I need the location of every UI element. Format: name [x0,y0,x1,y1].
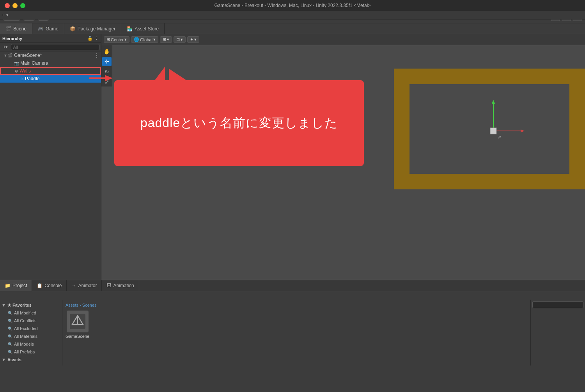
asset-item-gamescene[interactable]: GameScene [66,311,89,339]
game-tab-label: Game [46,23,58,34]
console-tab-icon: 📋 [37,280,43,291]
svg-marker-4 [521,129,525,132]
callout-bubble: paddleという名前に変更しました [114,80,364,166]
rotate-tool[interactable]: ↻ [102,67,112,76]
asset-grid: GameScene [66,311,527,339]
scene-view[interactable]: ⊞ Center ▾ 🌐 Global ▾ ⊞ ▾ ⊡ ▾ ✦ ▾ [101,34,585,280]
sidebar-item-scenes[interactable]: 📁 Scenes [0,364,62,366]
tab-animator[interactable]: → Animator [67,280,102,291]
tab-animation[interactable]: 🎞 Animation [102,280,139,291]
assets-expand-icon: ▼ [2,357,6,362]
scale-tool[interactable]: ⤢ [102,77,112,87]
all-prefabs-label: All Prefabs [14,350,35,354]
close-button[interactable] [5,3,10,8]
project-tab-label: Project [12,280,27,291]
sidebar-item-all-excluded[interactable]: 🔍 All Excluded [0,325,62,332]
move-tool[interactable]: ✛ [102,57,112,66]
gizmo-chevron: ▾ [181,37,183,42]
sidebar-item-all-conflicts[interactable]: 🔍 All Conflicts [0,317,62,325]
search-icon: 🔍 [8,319,12,323]
scene-canvas[interactable]: paddleという名前に変更しました ↗ [112,45,585,280]
search-icon: 🔍 [8,327,12,331]
gamescene-asset-name: GameScene [66,334,89,339]
grid-icon: ⊞ [163,37,166,42]
assets-section[interactable]: ▼ Assets [0,356,62,364]
tab-game[interactable]: 🎮 Game [32,23,64,34]
project-search-bar [530,300,585,366]
breadcrumb-assets[interactable]: Assets [66,303,78,307]
bottom-tabs: 📁 Project 📋 Console → Animator 🎞 Animati… [0,280,585,291]
hierarchy-item-walls[interactable]: ⊙ Walls [0,67,101,75]
gamescene-asset-icon [67,311,89,332]
project-search-input[interactable] [532,301,583,308]
hierarchy-item-gamescene[interactable]: ▼ 🎬 GameScene* ⋮ [0,51,101,59]
hierarchy-add-button[interactable]: +▾ [2,44,9,50]
tab-console[interactable]: 📋 Console [32,280,67,291]
sidebar-item-all-materials[interactable]: 🔍 All Materials [0,332,62,340]
gizmo-icon: ⊡ [176,37,180,42]
transform-gizmo[interactable]: ↗ [478,100,525,147]
sidebar-item-all-models[interactable]: 🔍 All Models [0,340,62,348]
maincamera-label: Main Camera [20,60,48,66]
breadcrumb-separator: › [80,303,82,307]
effects-icon: ✦ [190,37,193,42]
hierarchy-search-input[interactable] [11,44,99,50]
hierarchy-title: Hierarchy [2,36,22,41]
gizmo-button[interactable]: ⊡ ▾ [174,36,186,43]
center-button[interactable]: ⊞ Center ▾ [104,36,129,43]
search-icon: 🔍 [8,311,12,315]
window-title: GameScene - Breakout - Windows, Mac, Lin… [214,3,371,8]
hierarchy-lock-icon[interactable]: 🔓 [87,36,93,41]
console-tab-label: Console [44,280,62,291]
center-icon: ⊞ [106,37,110,42]
titlebar: GameScene - Breakout - Windows, Mac, Lin… [0,0,585,11]
animation-tab-label: Animation [113,280,134,291]
bottom-content: + ▾ ▼ ★ Favorites 🔍 All Modified 🔍 [0,291,585,366]
asset-store-tab-label: Asset Store [135,23,159,34]
svg-rect-5 [490,128,496,134]
hierarchy-more-icon[interactable]: ⋮ [94,36,99,41]
search-icon: 🔍 [8,334,12,339]
scenes-label: Scenes [14,365,28,366]
callout-arrow [153,67,165,82]
hand-tool[interactable]: ✋ [102,47,112,56]
callout-text: paddleという名前に変更しました [140,115,338,132]
tabs-bar: 🎬 Scene 🎮 Game 📦 Package Manager 🏪 Asset… [0,23,585,34]
favorites-section[interactable]: ▼ ★ Favorites [0,301,62,309]
hierarchy-panel: Hierarchy 🔓 ⋮ +▾ ▼ 🎬 GameScene* ⋮ 📷 Main… [0,34,101,280]
all-excluded-label: All Excluded [14,326,38,331]
project-main: Assets › Scenes [62,300,530,366]
paddle-icon: ⊙ [20,77,23,81]
effects-button[interactable]: ✦ ▾ [187,36,199,43]
all-models-label: All Models [14,342,34,346]
global-button[interactable]: 🌐 Global ▾ [131,36,158,43]
maximize-button[interactable] [20,3,25,8]
hierarchy-item-maincamera[interactable]: 📷 Main Camera [0,59,101,67]
tab-scene[interactable]: 🎬 Scene [0,23,32,34]
breadcrumb-scenes[interactable]: Scenes [82,303,97,307]
search-icon: 🔍 [8,350,12,354]
tab-project[interactable]: 📁 Project [0,280,32,291]
scene-tab-label: Scene [13,23,27,34]
tab-asset-store[interactable]: 🏪 Asset Store [121,23,165,34]
paddle-label: Paddle [25,76,39,81]
minimize-button[interactable] [12,3,18,8]
animator-tab-icon: → [71,280,76,291]
grid-chevron: ▾ [167,37,169,42]
grid-button[interactable]: ⊞ ▾ [160,36,172,43]
tab-package-manager[interactable]: 📦 Package Manager [64,23,121,34]
hierarchy-toolbar: +▾ [0,43,101,51]
gamescene-icon: 🎬 [8,53,12,58]
package-manager-tab-icon: 📦 [70,23,76,34]
breadcrumb: Assets › Scenes [66,303,527,307]
sidebar-item-all-modified[interactable]: 🔍 All Modified [0,309,62,317]
asset-store-tab-icon: 🏪 [127,23,133,34]
gamescene-more-icon[interactable]: ⋮ [94,52,99,58]
hierarchy-item-paddle[interactable]: ⊙ Paddle [0,75,101,83]
svg-text:↗: ↗ [497,134,501,140]
walls-label: Walls [20,68,31,74]
game-tab-icon: 🎮 [38,23,44,34]
sidebar-item-all-prefabs[interactable]: 🔍 All Prefabs [0,348,62,356]
all-materials-label: All Materials [14,334,37,339]
unity-logo-icon [70,314,85,329]
